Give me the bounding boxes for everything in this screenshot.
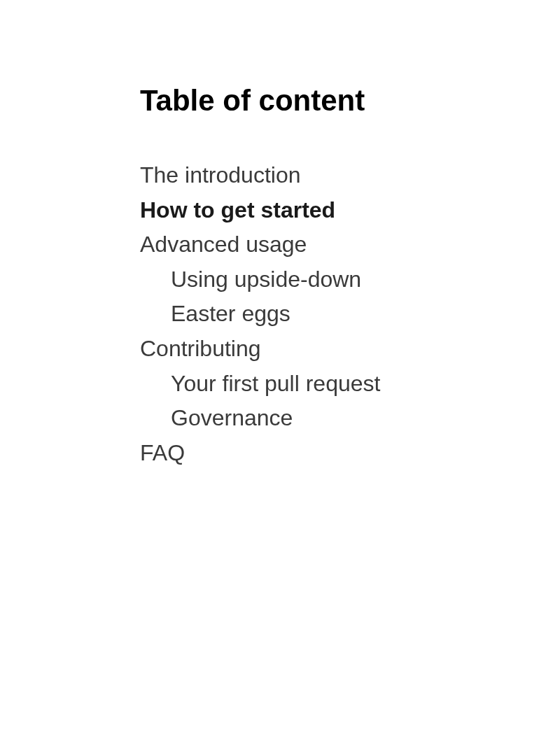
toc-sublist-advanced: Using upside-down Easter eggs — [140, 262, 560, 332]
toc-subgroup-contributing: Your first pull request Governance — [140, 367, 560, 436]
toc-item-get-started[interactable]: How to get started — [140, 193, 560, 228]
toc-item-contributing[interactable]: Contributing — [140, 332, 560, 367]
toc-subitem-first-pr[interactable]: Your first pull request — [171, 367, 560, 402]
toc-subitem-upside-down[interactable]: Using upside-down — [171, 262, 560, 297]
toc-item-advanced-usage[interactable]: Advanced usage — [140, 227, 560, 262]
toc-list: The introduction How to get started Adva… — [140, 158, 560, 470]
toc-subgroup-advanced: Using upside-down Easter eggs — [140, 262, 560, 332]
page-title: Table of content — [140, 84, 560, 118]
toc-item-introduction[interactable]: The introduction — [140, 158, 560, 193]
toc-subitem-governance[interactable]: Governance — [171, 401, 560, 436]
toc-item-faq[interactable]: FAQ — [140, 436, 560, 471]
toc-subitem-easter-eggs[interactable]: Easter eggs — [171, 297, 560, 332]
toc-sublist-contributing: Your first pull request Governance — [140, 367, 560, 436]
